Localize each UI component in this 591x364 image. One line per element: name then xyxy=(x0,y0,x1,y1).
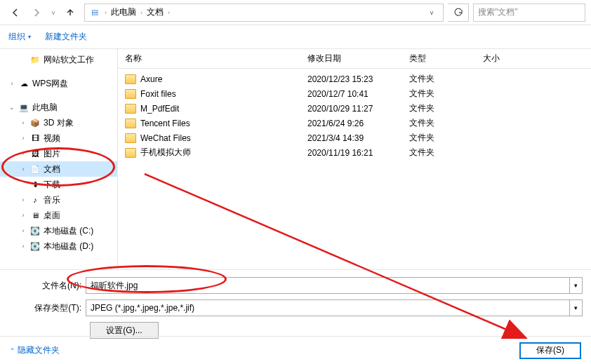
folder-icon xyxy=(125,74,136,84)
header-name[interactable]: 名称 xyxy=(125,53,307,65)
breadcrumb-current[interactable]: 文档 xyxy=(147,6,164,18)
organize-menu[interactable]: 组织 ▾ xyxy=(8,31,31,43)
sidebar-item-label: 音乐 xyxy=(44,194,60,206)
sidebar-item-1[interactable]: ›☁WPS网盘 xyxy=(0,76,117,91)
expand-icon[interactable] xyxy=(20,56,27,63)
expand-icon[interactable]: ⌄ xyxy=(8,104,15,111)
up-button[interactable] xyxy=(60,3,80,22)
filename-label: 文件名(N): xyxy=(8,280,86,292)
folder-icon xyxy=(125,119,136,128)
sidebar-item-label: 桌面 xyxy=(44,210,60,222)
header-size[interactable]: 大小 xyxy=(483,53,525,65)
main-area: 📁网站软文工作›☁WPS网盘⌄💻此电脑›📦3D 对象›🎞视频›🖼图片›📄文档⬇下… xyxy=(0,49,591,269)
sidebar-tree: 📁网站软文工作›☁WPS网盘⌄💻此电脑›📦3D 对象›🎞视频›🖼图片›📄文档⬇下… xyxy=(0,49,118,269)
recent-dropdown[interactable]: v xyxy=(48,3,59,22)
file-date: 2020/11/19 16:21 xyxy=(307,148,409,158)
sidebar-item-label: 此电脑 xyxy=(32,102,58,114)
expand-icon[interactable]: › xyxy=(20,196,27,203)
sidebar-item-label: 网站软文工作 xyxy=(44,54,94,66)
chevron-right-icon: › xyxy=(168,9,170,16)
doc-icon: ▤ xyxy=(89,8,100,18)
sidebar-item-5[interactable]: ›🖼图片 xyxy=(0,146,117,161)
3d-icon: 📦 xyxy=(29,118,41,128)
expand-icon[interactable]: › xyxy=(20,119,27,126)
chevron-up-icon: ⌃ xyxy=(10,347,15,354)
file-date: 2021/6/24 9:26 xyxy=(307,119,409,128)
sidebar-item-9[interactable]: ›🖥桌面 xyxy=(0,208,117,223)
expand-icon[interactable]: › xyxy=(20,166,27,173)
folder-icon xyxy=(125,133,136,143)
refresh-button[interactable] xyxy=(448,4,469,22)
folder-icon xyxy=(125,104,136,114)
header-type[interactable]: 类型 xyxy=(409,53,483,65)
file-row[interactable]: M_PdfEdit2020/10/29 11:27文件夹 xyxy=(118,101,591,116)
video-icon: 🎞 xyxy=(29,133,41,143)
chevron-right-icon: › xyxy=(140,9,142,16)
file-name: M_PdfEdit xyxy=(140,104,179,114)
command-bar: 组织 ▾ 新建文件夹 xyxy=(0,25,591,49)
hide-folders-link[interactable]: ⌃ 隐藏文件夹 xyxy=(10,344,60,356)
file-name: Foxit files xyxy=(140,89,176,99)
file-type: 文件夹 xyxy=(409,147,483,159)
sidebar-item-11[interactable]: ›💽本地磁盘 (D:) xyxy=(0,238,117,254)
sidebar-item-label: 视频 xyxy=(44,133,60,144)
file-type: 文件夹 xyxy=(409,88,483,100)
sidebar-item-3[interactable]: ›📦3D 对象 xyxy=(0,115,117,130)
disk-icon: 💽 xyxy=(29,241,41,251)
dialog-footer: ⌃ 隐藏文件夹 保存(S) xyxy=(0,336,591,364)
file-row[interactable]: Foxit files2020/12/7 10:41文件夹 xyxy=(118,86,591,101)
filetype-dropdown[interactable]: ▾ xyxy=(570,299,583,316)
expand-icon[interactable]: › xyxy=(20,227,27,234)
file-type: 文件夹 xyxy=(409,132,483,144)
header-date[interactable]: 修改日期 xyxy=(307,53,409,65)
sidebar-item-7[interactable]: ⬇下载 xyxy=(0,177,117,192)
file-type: 文件夹 xyxy=(409,117,483,129)
filetype-select[interactable] xyxy=(86,299,570,316)
breadcrumb-root[interactable]: 此电脑 xyxy=(111,6,136,18)
chevron-down-icon: ▾ xyxy=(28,34,31,40)
download-icon: ⬇ xyxy=(29,180,41,189)
file-name: WeChat Files xyxy=(140,133,191,143)
sidebar-item-label: WPS网盘 xyxy=(32,78,68,90)
sidebar-item-6[interactable]: ›📄文档 xyxy=(0,161,117,177)
forward-button[interactable] xyxy=(27,3,46,22)
expand-icon[interactable] xyxy=(20,181,27,188)
chevron-right-icon: › xyxy=(105,9,107,16)
filename-dropdown[interactable]: ▾ xyxy=(570,277,583,294)
save-form: 文件名(N): ▾ 保存类型(T): ▾ 设置(G)... xyxy=(0,269,591,344)
music-icon: ♪ xyxy=(29,195,41,205)
expand-icon[interactable]: › xyxy=(20,212,27,219)
sidebar-item-8[interactable]: ›♪音乐 xyxy=(0,192,117,208)
pc-icon: 💻 xyxy=(18,102,29,112)
filename-input[interactable] xyxy=(86,277,570,294)
file-name: 手机模拟大师 xyxy=(140,147,191,159)
new-folder-button[interactable]: 新建文件夹 xyxy=(45,31,87,43)
sidebar-item-2[interactable]: ⌄💻此电脑 xyxy=(0,100,117,115)
sidebar-item-label: 3D 对象 xyxy=(44,117,74,129)
navigation-toolbar: v ▤ › 此电脑 › 文档 › v 搜索"文档" xyxy=(0,0,591,25)
file-name: Tencent Files xyxy=(140,119,190,128)
sidebar-item-10[interactable]: ›💽本地磁盘 (C:) xyxy=(0,223,117,238)
file-row[interactable]: Axure2020/12/23 15:23文件夹 xyxy=(118,72,591,86)
sidebar-item-label: 文档 xyxy=(44,163,60,175)
wps-icon: ☁ xyxy=(18,79,29,88)
expand-icon[interactable]: › xyxy=(20,135,27,142)
save-button[interactable]: 保存(S) xyxy=(519,342,581,359)
sidebar-item-4[interactable]: ›🎞视频 xyxy=(0,130,117,146)
image-icon: 🖼 xyxy=(29,149,41,159)
file-row[interactable]: Tencent Files2021/6/24 9:26文件夹 xyxy=(118,116,591,130)
file-row[interactable]: 手机模拟大师2020/11/19 16:21文件夹 xyxy=(118,145,591,160)
sidebar-item-label: 下载 xyxy=(44,179,60,191)
address-dropdown[interactable]: v xyxy=(425,9,439,16)
back-button[interactable] xyxy=(6,3,25,22)
column-headers: 名称 修改日期 类型 大小 xyxy=(118,49,591,69)
sidebar-item-0[interactable]: 📁网站软文工作 xyxy=(0,52,117,67)
expand-icon[interactable]: › xyxy=(20,243,27,250)
expand-icon[interactable]: › xyxy=(20,150,27,157)
address-bar[interactable]: ▤ › 此电脑 › 文档 › v xyxy=(84,4,444,22)
file-row[interactable]: WeChat Files2021/3/4 14:39文件夹 xyxy=(118,130,591,145)
search-input[interactable]: 搜索"文档" xyxy=(473,4,585,22)
expand-icon[interactable]: › xyxy=(8,80,15,87)
desktop-icon: 🖥 xyxy=(29,210,41,220)
file-type: 文件夹 xyxy=(409,73,483,85)
